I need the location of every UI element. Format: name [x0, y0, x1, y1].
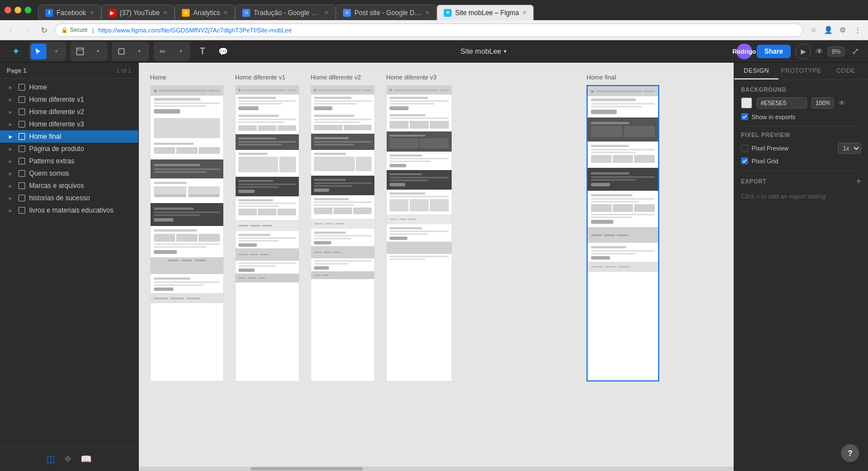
frame-tool[interactable] — [72, 44, 88, 59]
share-button[interactable]: Share — [757, 45, 791, 58]
page-label: Page 1 — [7, 67, 26, 74]
canvas-content: Home — [139, 63, 670, 393]
tab-design[interactable]: DESIGN — [734, 63, 778, 79]
export-section-row: EXPORT + — [741, 176, 861, 186]
bg-color-swatch[interactable] — [741, 97, 752, 109]
minimize-window-btn[interactable] — [15, 7, 21, 13]
fit-screen-icon[interactable]: ⤢ — [849, 45, 861, 58]
tab-post-site-close[interactable]: ✕ — [425, 10, 429, 16]
frame-icon-final — [18, 133, 26, 140]
bg-opacity-input[interactable] — [811, 97, 834, 109]
layer-item-produto[interactable]: ▶ Página de produto — [0, 143, 138, 155]
bg-visibility-icon[interactable]: 👁 — [838, 99, 846, 107]
frame-home[interactable]: Home — [150, 74, 224, 381]
address-bar[interactable]: 🔒 Secure | https://www.figma.com/file/GG… — [55, 23, 803, 37]
refresh-button[interactable]: ↻ — [38, 24, 50, 36]
shape-tool-dropdown[interactable]: ▾ — [132, 44, 147, 59]
divider-1 — [741, 126, 861, 126]
tab-code[interactable]: CODE — [824, 63, 868, 79]
tab-youtube-close[interactable]: ✕ — [163, 10, 167, 16]
tab-figma-close[interactable]: ✕ — [522, 10, 527, 16]
help-button[interactable]: ? — [841, 444, 859, 462]
scrollbar-thumb[interactable] — [251, 467, 363, 470]
traducao-favicon: G — [242, 9, 250, 17]
layer-item-patterns[interactable]: ▶ Patterns extras — [0, 155, 138, 167]
assets-icon[interactable]: ❖ — [64, 454, 72, 464]
tab-traducao[interactable]: G Tradução - Google Docs ✕ — [235, 4, 336, 20]
layer-name-v2: Home diferente v2 — [29, 108, 84, 116]
show-in-exports-row: Show in exports — [741, 113, 861, 120]
menu-icon[interactable]: ⋮ — [851, 24, 864, 36]
bg-color-input[interactable] — [757, 97, 807, 109]
account-icon[interactable]: 👤 — [822, 24, 834, 36]
extensions-icon[interactable]: ⚙ — [837, 24, 849, 36]
frame-v2[interactable]: Home diferente v2 — [311, 74, 375, 381]
frame-home-box[interactable] — [150, 85, 224, 381]
tab-facebook-close[interactable]: ✕ — [90, 10, 94, 16]
layer-chevron: ▶ — [9, 196, 15, 201]
layer-item-home-v2[interactable]: ▶ Home diferente v2 — [0, 106, 138, 118]
comment-tool[interactable]: 💬 — [215, 44, 231, 59]
layer-item-home-v1[interactable]: ▶ Home diferente v1 — [0, 93, 138, 106]
figma-project-title[interactable]: Site mobLee ▾ — [461, 47, 506, 55]
pen-tool-dropdown[interactable]: ▾ — [173, 44, 189, 59]
frame-icon-v1 — [18, 96, 26, 103]
plugins-icon[interactable]: 📖 — [81, 454, 92, 464]
layer-item-home[interactable]: ▶ Home — [0, 81, 138, 93]
pixel-preview-select[interactable]: 1x — [838, 143, 861, 154]
figma-app: ✦ ⌖ ▾ ▾ ✏ ▾ T 💬 Site mobLe — [0, 40, 868, 471]
figma-menu-button[interactable]: ✦ — [7, 43, 25, 60]
layer-chevron: ▶ — [9, 159, 15, 164]
canvas-scrollbar[interactable] — [139, 467, 734, 471]
frame-v1-box[interactable] — [235, 85, 299, 381]
frame-v3[interactable]: Home diferente v3 — [386, 74, 452, 381]
layers-icon[interactable]: ◫ — [46, 454, 55, 464]
pixel-grid-checkbox[interactable] — [741, 157, 748, 164]
layer-item-home-final[interactable]: ▶ Home final — [0, 130, 138, 143]
layer-item-marcas[interactable]: ▶ Marcas e arquivos — [0, 180, 138, 192]
text-tool[interactable]: T — [195, 44, 210, 59]
close-window-btn[interactable] — [4, 7, 11, 13]
pixel-preview-checkbox[interactable] — [741, 145, 748, 152]
tab-analytics[interactable]: A Analytics ✕ — [175, 4, 235, 20]
frame-final[interactable]: Home final — [587, 74, 659, 381]
zoom-selector[interactable]: 9% — [828, 46, 844, 56]
layer-item-livros[interactable]: ▶ livros e materiais educativos — [0, 204, 138, 216]
back-button[interactable]: ‹ — [4, 24, 17, 36]
move-tool[interactable]: ⌖ — [49, 44, 64, 59]
present-button[interactable]: ▶ — [795, 44, 811, 59]
tab-figma[interactable]: ✦ Site mobLee – Figma ✕ — [437, 4, 534, 20]
frame-v1[interactable]: Home diferente v1 — [235, 74, 299, 381]
bookmark-icon[interactable]: ☆ — [808, 24, 820, 36]
maximize-window-btn[interactable] — [25, 7, 31, 13]
show-in-exports-checkbox[interactable] — [741, 113, 748, 120]
canvas-area[interactable]: Home — [139, 63, 734, 471]
layer-name-produto: Página de produto — [29, 145, 84, 153]
layer-chevron: ▶ — [9, 183, 15, 189]
canvas-scroll: Home — [139, 63, 734, 471]
frame-tool-dropdown[interactable]: ▾ — [90, 44, 106, 59]
tool-group-shape: ▾ — [112, 42, 149, 61]
layer-item-home-v3[interactable]: ▶ Home diferente v3 — [0, 118, 138, 130]
frame-final-box[interactable] — [587, 85, 659, 381]
tab-prototype[interactable]: PROTOTYPE — [778, 63, 823, 79]
frame-v2-box[interactable] — [311, 85, 375, 381]
layer-name-livros: livros e materiais educativos — [29, 206, 114, 214]
export-section-title: EXPORT — [741, 178, 767, 185]
tab-facebook[interactable]: f Facebook ✕ — [38, 4, 101, 20]
view-button[interactable]: 👁 — [815, 47, 823, 56]
pixel-preview-section-title: PIXEL PREVIEW — [741, 132, 861, 138]
select-tool[interactable] — [31, 44, 46, 59]
forward-button[interactable]: › — [21, 24, 34, 36]
sidebar-header: Page 1 1 of 1 — [0, 63, 138, 79]
layer-item-historias[interactable]: ▶ historias de sucesso — [0, 192, 138, 204]
tab-analytics-close[interactable]: ✕ — [223, 10, 228, 16]
shape-tool[interactable] — [114, 44, 129, 59]
tab-post-site[interactable]: G Post site - Google Docs ✕ — [336, 4, 437, 20]
pen-tool[interactable]: ✏ — [155, 44, 171, 59]
export-add-button[interactable]: + — [856, 176, 861, 186]
tab-youtube[interactable]: ▶ (37) YouTube ✕ — [101, 4, 175, 20]
tab-traducao-close[interactable]: ✕ — [324, 10, 329, 16]
frame-v3-box[interactable] — [386, 85, 452, 381]
layer-item-quem[interactable]: ▶ Quem somos — [0, 167, 138, 180]
